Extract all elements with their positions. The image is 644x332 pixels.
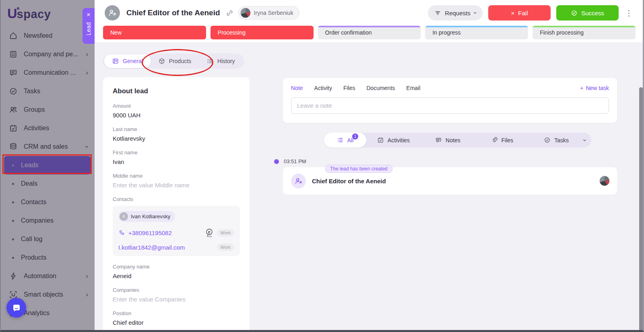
- sidebar-item-deals[interactable]: Deals: [0, 174, 95, 193]
- tab-note[interactable]: Note: [291, 85, 303, 91]
- sidebar-item-leads[interactable]: Leads: [4, 156, 91, 174]
- bullet-icon: [12, 201, 14, 203]
- tab-files[interactable]: Files: [343, 85, 355, 91]
- list-icon: [206, 57, 214, 65]
- tab-general[interactable]: General: [104, 54, 151, 68]
- stage-in-progress[interactable]: In progress: [425, 26, 528, 39]
- sidebar-item-companies[interactable]: Companies: [0, 211, 95, 230]
- tab-history[interactable]: History: [199, 55, 243, 68]
- stage-label: Processing: [218, 29, 246, 36]
- success-button[interactable]: Success: [556, 5, 619, 20]
- telephony-provider-icon[interactable]: E PHONE: [205, 228, 214, 238]
- sidebar-item-groups[interactable]: Groups: [0, 100, 95, 119]
- logo-u-glyph: U: [7, 6, 17, 21]
- field-value-amount[interactable]: 9000 UAH: [113, 112, 240, 119]
- stage-accent-bar: [533, 26, 636, 27]
- sidebar-item-label: CRM and sales: [24, 143, 68, 150]
- note-bubble-icon: [435, 137, 442, 143]
- responsible-user-pill[interactable]: Iryna Serbeniuk: [238, 6, 299, 20]
- field-value-position[interactable]: Chief editor: [113, 319, 240, 326]
- chevron-down-icon: ›: [471, 12, 479, 14]
- svg-text:PHONE: PHONE: [206, 236, 212, 238]
- fail-label: Fail: [518, 10, 528, 16]
- filter-tasks[interactable]: Tasks: [529, 133, 584, 148]
- sidebar-item-label: Tasks: [24, 88, 40, 95]
- uspacy-logo[interactable]: U spacy: [0, 0, 95, 21]
- close-icon[interactable]: ×: [87, 12, 90, 18]
- stage-label: Order confirmation: [325, 29, 372, 36]
- intercom-chat-button[interactable]: [6, 298, 26, 318]
- phone-link[interactable]: +380961195082: [118, 230, 172, 236]
- email-link[interactable]: I.kotliar1842@gmail.com: [118, 244, 185, 251]
- email-address: I.kotliar1842@gmail.com: [118, 244, 185, 251]
- card-icon: [112, 57, 119, 65]
- sidebar-item-automation[interactable]: Automation ›: [0, 267, 95, 285]
- stage-processing[interactable]: Processing: [211, 26, 314, 39]
- sidebar-item-activities[interactable]: Activities: [0, 119, 95, 137]
- tab-email[interactable]: Email: [406, 85, 420, 91]
- chevron-right-icon: ›: [86, 272, 88, 280]
- copy-link-icon[interactable]: [226, 9, 233, 17]
- sidebar: U spacy Newsfeed Company and pe... › Com…: [0, 0, 95, 332]
- sidebar-item-label: Activities: [24, 125, 49, 132]
- note-input[interactable]: [291, 97, 609, 114]
- field-placeholder-companies[interactable]: Enter the value Companies: [113, 296, 240, 303]
- bullet-icon: [12, 164, 14, 166]
- chevron-down-icon[interactable]: ›: [581, 139, 588, 141]
- sidebar-item-newsfeed[interactable]: Newsfeed: [0, 27, 95, 45]
- sidebar-item-company-and-people[interactable]: Company and pe... ›: [0, 45, 95, 64]
- chat-bubble-icon: [11, 303, 22, 313]
- filter-label: Tasks: [554, 137, 569, 143]
- stage-label: Finish processing: [540, 29, 584, 36]
- chevron-right-icon: ›: [86, 69, 88, 77]
- field-label-company-name: Company name: [113, 264, 240, 270]
- field-label-contacts: Contacts: [113, 196, 240, 202]
- sidebar-item-tasks[interactable]: Tasks: [0, 82, 95, 100]
- close-icon: ×: [511, 10, 515, 16]
- lead-panel-tab[interactable]: × Lead: [83, 8, 95, 44]
- building-icon: [9, 50, 18, 59]
- contact-chip[interactable]: Ivan Kotliarevsky: [118, 211, 175, 222]
- sidebar-item-communication[interactable]: Communication ... ›: [0, 64, 95, 82]
- filter-all[interactable]: All 1: [324, 133, 366, 148]
- chevron-right-icon: ›: [86, 291, 88, 299]
- vertical-scrollbar[interactable]: [639, 87, 643, 332]
- tab-documents[interactable]: Documents: [366, 85, 395, 91]
- timeline-filterbar: All 1 Activities Notes Files Tasks ›: [324, 133, 591, 148]
- lead-detail-panel: Chief Editor of the Aeneid Iryna Serbeni…: [95, 0, 644, 332]
- tab-products[interactable]: Products: [151, 55, 199, 68]
- stage-finish-processing[interactable]: Finish processing: [533, 26, 636, 39]
- filter-notes[interactable]: Notes: [421, 133, 475, 148]
- more-options-icon[interactable]: ⋮: [624, 8, 634, 18]
- field-value-first-name[interactable]: Ivan: [113, 158, 240, 165]
- field-value-company-name[interactable]: Aeneid: [113, 273, 240, 279]
- lightning-icon: [9, 272, 18, 281]
- pipeline-stages: New Processing Order confirmation In pro…: [95, 26, 644, 39]
- sidebar-item-crm-and-sales[interactable]: CRM and sales ›: [0, 137, 95, 156]
- filter-activities[interactable]: Activities: [366, 133, 421, 148]
- stage-order-confirmation[interactable]: Order confirmation: [318, 26, 421, 39]
- sidebar-item-label: Groups: [24, 106, 45, 113]
- sidebar-item-products[interactable]: Products: [0, 248, 95, 267]
- chevron-down-icon: ›: [83, 146, 91, 148]
- email-type-badge: Work: [217, 244, 234, 251]
- stage-accent-bar: [318, 26, 421, 27]
- sidebar-item-contacts[interactable]: Contacts: [0, 193, 95, 211]
- stage-new[interactable]: New: [103, 26, 206, 39]
- field-placeholder-middle-name[interactable]: Enter the value Middle name: [113, 182, 240, 189]
- requests-dropdown[interactable]: Requests ›: [428, 5, 483, 20]
- timeline-timestamp: 03:51 PM: [284, 158, 306, 164]
- sidebar-item-call-log[interactable]: Call log: [0, 230, 95, 248]
- phone-type-badge: Work: [217, 229, 234, 236]
- new-task-button[interactable]: + New task: [580, 85, 609, 91]
- filter-files[interactable]: Files: [475, 133, 529, 148]
- field-value-last-name[interactable]: Kotliarevsky: [113, 135, 240, 142]
- list-icon: [337, 137, 344, 143]
- phone-number: +380961195082: [128, 230, 172, 236]
- check-circle-icon: [571, 10, 578, 16]
- tab-activity[interactable]: Activity: [314, 85, 332, 91]
- calendar-icon: [9, 124, 18, 133]
- tab-label: Products: [169, 58, 191, 64]
- home-icon: [9, 31, 18, 40]
- fail-button[interactable]: × Fail: [488, 5, 551, 20]
